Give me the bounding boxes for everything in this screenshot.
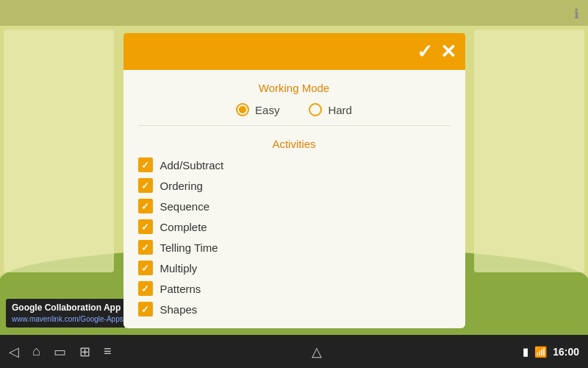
label-ordering: Ordering [160,180,203,192]
status-right: ▮ 📶 16:00 [523,346,579,358]
activity-shapes[interactable]: Shapes [138,302,451,316]
back-icon[interactable]: ◁ [9,344,19,360]
label-shapes: Shapes [160,303,198,316]
time-display: 16:00 [553,346,579,358]
label-complete: Complete [160,221,207,233]
wifi-icon: 📶 [534,346,547,358]
grid-icon[interactable]: ⊞ [79,344,90,360]
modal-header: ✓ ✕ [123,33,465,70]
label-add-subtract: Add/Subtract [160,159,224,171]
radio-easy-label: Easy [255,104,279,116]
activity-list: Add/Subtract Ordering Sequence Complete [138,158,451,316]
checkbox-sequence[interactable] [138,199,153,213]
modal-body: Working Mode Easy Hard Activities Add/Su… [123,70,465,328]
checkbox-multiply[interactable] [138,261,153,275]
checkbox-telling-time[interactable] [138,240,153,255]
checkbox-add-subtract[interactable] [138,158,153,172]
activities-title: Activities [138,138,451,150]
radio-hard-btn[interactable] [309,103,322,116]
confirm-button[interactable]: ✓ [417,40,433,63]
label-multiply: Multiply [160,262,198,275]
working-mode-options: Easy Hard [138,103,451,126]
activity-ordering[interactable]: Ordering [138,178,451,193]
label-sequence: Sequence [160,200,210,213]
checkbox-shapes[interactable] [138,302,153,316]
status-bar: ◁ ⌂ ▭ ⊞ ≡ △ ▮ 📶 16:00 [0,335,588,368]
checkbox-patterns[interactable] [138,281,153,296]
modal: ✓ ✕ Working Mode Easy Hard Activities [123,33,465,328]
radio-hard[interactable]: Hard [309,103,352,116]
label-patterns: Patterns [160,283,201,295]
menu-icon[interactable]: ≡ [104,344,112,359]
checkbox-complete[interactable] [138,219,153,234]
nav-icons: ◁ ⌂ ▭ ⊞ ≡ [9,344,111,360]
radio-easy-btn[interactable] [236,103,249,116]
label-telling-time: Telling Time [160,241,218,254]
activity-multiply[interactable]: Multiply [138,261,451,275]
home-icon[interactable]: ⌂ [32,344,40,359]
working-mode-title: Working Mode [138,82,451,94]
radio-easy[interactable]: Easy [236,103,279,116]
activity-telling-time[interactable]: Telling Time [138,240,451,255]
checkbox-ordering[interactable] [138,178,153,193]
activity-complete[interactable]: Complete [138,219,451,234]
modal-overlay: ✓ ✕ Working Mode Easy Hard Activities [0,0,588,335]
activity-patterns[interactable]: Patterns [138,281,451,296]
home-center-icon[interactable]: △ [312,344,322,360]
activity-add-subtract[interactable]: Add/Subtract [138,158,451,172]
close-button[interactable]: ✕ [440,40,456,63]
battery-icon: ▮ [523,346,528,358]
radio-hard-label: Hard [328,104,352,116]
activity-sequence[interactable]: Sequence [138,199,451,213]
recents-icon[interactable]: ▭ [54,344,66,360]
